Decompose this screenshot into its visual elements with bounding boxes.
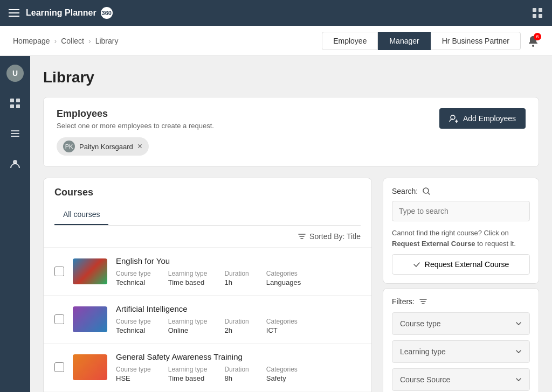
add-employees-button[interactable]: Add Employees: [439, 108, 526, 129]
employee-tag-0: PK Paityn Korsgaard ×: [57, 137, 149, 156]
breadcrumb-right: Employee Manager Hr Business Partner 6: [322, 32, 539, 50]
tab-hr-business-partner[interactable]: Hr Business Partner: [431, 32, 521, 50]
app-name: Learning Planner: [26, 8, 96, 18]
layout: U Library: [0, 56, 552, 392]
tabs: Employee Manager Hr Business Partner: [322, 32, 521, 50]
user-avatar[interactable]: U: [6, 65, 24, 82]
sort-button[interactable]: Sorted By: Title: [298, 232, 361, 241]
courses-main: Courses All courses Sorted By: Title: [43, 178, 372, 392]
grid-icon[interactable]: [532, 7, 543, 19]
notification-badge: 6: [534, 33, 541, 40]
svg-point-4: [532, 45, 534, 47]
sort-label: Sorted By: Title: [309, 232, 361, 241]
course-meta-1: Course type Technical Learning type Onli…: [116, 318, 361, 334]
employees-header: Employees Select one or more employees t…: [57, 108, 526, 137]
svg-rect-1: [539, 8, 542, 12]
svg-rect-0: [533, 8, 536, 12]
course-checkbox-0[interactable]: [54, 267, 64, 276]
search-label: Search:: [392, 187, 530, 195]
filters-label: Filters:: [392, 297, 530, 306]
breadcrumb-sep-1: ›: [54, 37, 57, 45]
course-info-1: Artificial Intelligence Course type Tech…: [116, 304, 361, 334]
svg-rect-6: [16, 99, 20, 102]
sidebar-icon-grid[interactable]: [6, 95, 24, 112]
course-info-2: General Safety Awareness Training Course…: [116, 352, 361, 382]
course-type-dropdown[interactable]: Course type: [392, 312, 530, 335]
tab-employee[interactable]: Employee: [322, 32, 378, 50]
course-name-1: Artificial Intelligence: [116, 304, 361, 313]
search-section: Search: Cannot find the right course? Cl…: [383, 178, 539, 284]
search-input[interactable]: [392, 201, 530, 221]
learning-type-dropdown[interactable]: Learning type: [392, 340, 530, 363]
course-list: English for You Course type Technical Le…: [44, 248, 371, 392]
notification-button[interactable]: 6: [527, 35, 539, 47]
filters-section: Filters: Course type Learning type: [383, 288, 539, 392]
course-name-2: General Safety Awareness Training: [116, 352, 361, 361]
top-nav: Learning Planner 360: [0, 0, 552, 26]
breadcrumb-library[interactable]: Library: [95, 37, 119, 45]
svg-rect-2: [533, 14, 536, 18]
meta-course-type-0: Course type Technical: [116, 270, 151, 286]
page-title: Library: [43, 69, 539, 86]
breadcrumb-homepage[interactable]: Homepage: [13, 37, 50, 45]
course-checkbox-1[interactable]: [54, 314, 64, 324]
sidebar-icon-list[interactable]: [6, 125, 24, 142]
svg-rect-9: [11, 130, 19, 131]
course-thumb-1: [73, 306, 107, 332]
course-name-0: English for You: [116, 256, 361, 265]
breadcrumb: Homepage › Collect › Library: [13, 37, 118, 45]
course-source-dropdown[interactable]: Course Source: [392, 368, 530, 391]
logo: Learning Planner 360: [26, 7, 113, 19]
meta-duration-0: Duration 1h: [224, 270, 249, 286]
courses-layout: Courses All courses Sorted By: Title: [43, 178, 539, 392]
course-info-0: English for You Course type Technical Le…: [116, 256, 361, 286]
courses-card-header: Courses All courses: [44, 178, 371, 226]
meta-learning-type-0: Learning type Time based: [168, 270, 208, 286]
course-thumb-2: [73, 354, 107, 380]
courses-tabs: All courses: [54, 205, 361, 226]
breadcrumb-collect[interactable]: Collect: [61, 37, 84, 45]
course-meta-0: Course type Technical Learning type Time…: [116, 270, 361, 286]
request-external-label: Request External Course: [425, 260, 509, 269]
breadcrumb-sep-2: ›: [88, 37, 91, 45]
add-employees-label: Add Employees: [463, 114, 516, 123]
sidebar: U: [0, 56, 30, 392]
course-row-2: General Safety Awareness Training Course…: [44, 344, 371, 391]
courses-title: Courses: [54, 187, 361, 198]
svg-rect-5: [10, 99, 14, 102]
external-course-hint: Cannot find the right course? Click on R…: [392, 228, 530, 249]
app-badge: 360: [101, 7, 113, 19]
course-row-1: Artificial Intelligence Course type Tech…: [44, 296, 371, 344]
main-content: Library Employees Select one or more emp…: [30, 56, 552, 392]
course-thumb-0: [73, 258, 107, 284]
sidebar-icon-person[interactable]: [6, 155, 24, 172]
employees-title: Employees: [57, 108, 214, 120]
employee-remove-0[interactable]: ×: [137, 142, 142, 151]
request-external-button[interactable]: Request External Course: [392, 254, 530, 275]
breadcrumb-bar: Homepage › Collect › Library Employee Ma…: [0, 26, 552, 56]
employees-card: Employees Select one or more employees t…: [43, 97, 539, 167]
hamburger-menu[interactable]: [9, 9, 19, 17]
course-row-0: English for You Course type Technical Le…: [44, 248, 371, 296]
employees-subtitle: Select one or more employees to create a…: [57, 122, 214, 130]
course-checkbox-2[interactable]: [54, 362, 64, 372]
svg-rect-7: [10, 104, 14, 108]
courses-card: Courses All courses Sorted By: Title: [43, 178, 372, 392]
svg-rect-10: [11, 133, 19, 134]
sort-bar: Sorted By: Title: [44, 226, 371, 248]
svg-rect-11: [11, 136, 19, 137]
tab-manager[interactable]: Manager: [378, 32, 430, 50]
filters-panel: Search: Cannot find the right course? Cl…: [383, 178, 539, 392]
course-meta-2: Course type HSE Learning type Time based…: [116, 366, 361, 382]
meta-categories-0: Categories Languages: [266, 270, 301, 286]
svg-rect-3: [539, 14, 542, 18]
svg-rect-8: [16, 104, 20, 108]
employee-name-0: Paityn Korsgaard: [79, 143, 133, 151]
employee-avatar-0: PK: [63, 141, 75, 152]
course-tab-all[interactable]: All courses: [54, 205, 108, 225]
